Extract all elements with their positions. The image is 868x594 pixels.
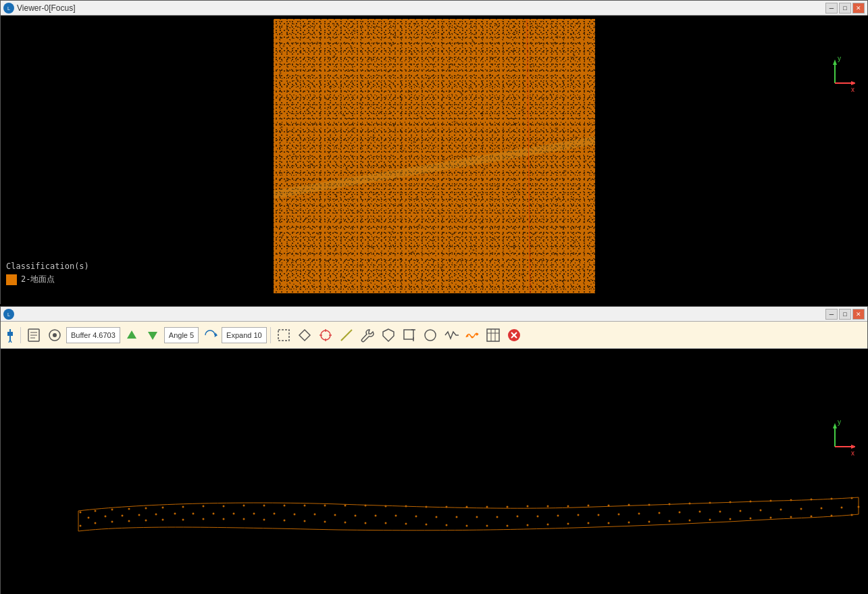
svg-point-67 [281, 126, 283, 128]
svg-point-28 [452, 64, 454, 66]
svg-point-326 [760, 510, 762, 512]
app-logo-icon: L [3, 3, 14, 14]
svg-point-84 [310, 164, 312, 166]
svg-point-313 [496, 516, 499, 518]
svg-point-266 [344, 522, 347, 524]
svg-point-322 [679, 512, 681, 514]
svg-point-156 [461, 260, 463, 262]
svg-point-295 [138, 514, 141, 516]
svg-point-314 [517, 516, 519, 518]
svg-point-109 [477, 195, 479, 197]
svg-point-65 [562, 118, 564, 120]
svg-point-146 [574, 241, 576, 243]
svg-point-22 [334, 55, 336, 57]
svg-point-274 [507, 525, 509, 527]
title-left: L Viewer-0[Focus] [3, 3, 75, 14]
svg-point-280 [628, 522, 630, 524]
svg-point-289 [811, 516, 813, 518]
svg-point-87 [362, 157, 364, 159]
shield-button[interactable] [379, 326, 398, 345]
svg-point-39 [347, 76, 349, 78]
svg-point-263 [284, 520, 286, 522]
top-window-controls: ─ □ ✕ [825, 3, 865, 14]
curve-button[interactable] [463, 326, 482, 345]
diamond-select-button[interactable] [295, 326, 314, 345]
svg-point-132 [299, 245, 301, 247]
svg-point-44 [449, 67, 451, 69]
svg-point-111 [517, 191, 519, 193]
rect-select-button[interactable] [274, 326, 293, 345]
svg-point-204 [476, 333, 478, 335]
svg-marker-169 [851, 81, 855, 85]
svg-rect-205 [487, 329, 499, 341]
expand-icon-button[interactable] [201, 326, 220, 345]
svg-point-236 [547, 505, 549, 508]
svg-point-143 [513, 247, 515, 249]
svg-point-69 [315, 123, 317, 125]
svg-point-80 [535, 143, 537, 145]
top-minimize-button[interactable]: ─ [825, 3, 838, 14]
wrench-button[interactable] [358, 326, 377, 345]
bottom-3d-view [1, 349, 868, 594]
down-arrow-button[interactable] [143, 326, 162, 345]
bottom-maximize-button[interactable]: □ [839, 309, 851, 320]
bottom-close-button[interactable]: ✕ [852, 309, 865, 320]
svg-point-329 [821, 508, 823, 510]
svg-point-216 [145, 508, 147, 510]
svg-point-107 [436, 186, 438, 188]
top-close-button[interactable]: ✕ [852, 3, 865, 14]
svg-point-258 [182, 519, 184, 521]
crosshair-button[interactable] [316, 326, 335, 345]
bottom-window-controls: ─ □ ✕ [825, 309, 865, 320]
svg-point-33 [553, 43, 555, 45]
svg-point-129 [561, 226, 563, 228]
svg-point-301 [253, 513, 255, 515]
svg-point-23 [351, 47, 353, 49]
target-icon-button[interactable] [45, 326, 64, 345]
svg-point-61 [481, 113, 483, 115]
pin-button[interactable] [3, 325, 17, 345]
svg-point-275 [527, 524, 529, 526]
svg-point-130 [581, 214, 583, 216]
top-maximize-button[interactable]: □ [839, 3, 851, 14]
svg-point-242 [669, 503, 671, 505]
crop-button[interactable] [400, 326, 419, 345]
svg-point-324 [719, 511, 721, 513]
circle-button[interactable] [421, 326, 440, 345]
file-icon-button[interactable] [24, 326, 43, 345]
svg-point-31 [513, 50, 515, 52]
svg-point-6 [337, 24, 339, 26]
svg-point-288 [790, 516, 792, 518]
bottom-app-logo-icon: L [3, 309, 14, 320]
svg-point-117 [322, 206, 324, 208]
bottom-toolbar: Buffer 4.6703 Angle 5 [1, 322, 867, 349]
svg-point-220 [223, 505, 225, 508]
top-canvas-area: Classification(s) 2-地面点 y x [1, 16, 868, 305]
svg-point-50 [570, 79, 572, 81]
svg-point-126 [500, 213, 502, 215]
up-arrow-button[interactable] [122, 326, 141, 345]
svg-point-113 [558, 197, 560, 199]
svg-point-13 [476, 37, 478, 39]
svg-point-47 [509, 84, 511, 86]
class-color-swatch [6, 274, 17, 285]
svg-point-49 [550, 94, 552, 96]
cancel-button[interactable] [505, 326, 524, 345]
svg-point-131 [282, 234, 284, 237]
svg-point-18 [577, 22, 579, 24]
svg-text:x: x [851, 449, 854, 457]
bottom-minimize-button[interactable]: ─ [825, 309, 838, 320]
svg-point-101 [319, 179, 321, 181]
svg-point-3 [286, 28, 288, 30]
svg-point-75 [434, 130, 436, 132]
svg-point-38 [330, 86, 332, 88]
grid-button[interactable] [484, 326, 503, 345]
ruler-button[interactable] [337, 326, 356, 345]
svg-point-37 [313, 69, 315, 71]
svg-point-42 [408, 91, 410, 93]
svg-point-323 [699, 511, 701, 513]
wave-button[interactable] [442, 326, 461, 345]
svg-point-162 [582, 268, 584, 270]
svg-point-237 [567, 505, 569, 508]
separator-2 [270, 327, 271, 343]
